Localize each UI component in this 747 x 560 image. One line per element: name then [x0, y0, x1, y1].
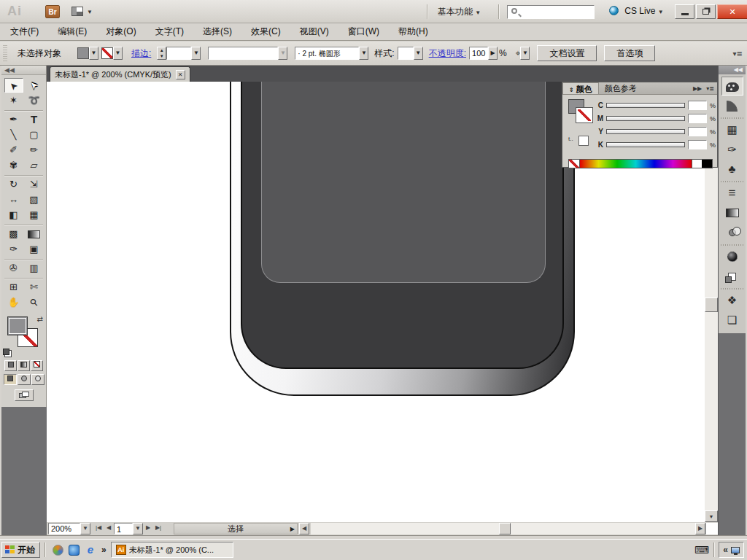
status-menu-arrow-icon[interactable]: ▶	[290, 526, 295, 532]
direct-selection-tool[interactable]: ➤	[25, 78, 44, 93]
magenta-slider[interactable]	[606, 116, 685, 121]
stroke-panel-link[interactable]: 描边:	[131, 47, 151, 60]
paintbrush-tool[interactable]: ✐	[4, 143, 23, 158]
dock-collapse-header[interactable]: ◀◀	[719, 66, 746, 74]
stroke-swatch[interactable]	[101, 47, 113, 59]
color-guide-panel-icon[interactable]	[721, 96, 743, 115]
scroll-left-icon[interactable]: ◀	[299, 523, 309, 534]
mesh-tool[interactable]: ▩	[4, 227, 23, 241]
artboards-panel-icon[interactable]: ❏	[721, 311, 743, 330]
panel-grip[interactable]	[3, 45, 7, 61]
layers-panel-icon[interactable]: ❖	[721, 291, 743, 310]
search-input[interactable]	[507, 5, 595, 19]
menu-edit[interactable]: 编辑(E)	[58, 26, 87, 38]
menu-window[interactable]: 窗口(W)	[348, 26, 379, 38]
yellow-slider[interactable]	[606, 129, 685, 134]
first-artboard-button[interactable]: |◀	[93, 523, 104, 534]
panel-cycle-icon[interactable]: ⇕	[569, 87, 574, 93]
last-artboard-button[interactable]: ▶|	[153, 523, 163, 534]
zoom-dropdown-icon[interactable]: ▼	[80, 523, 90, 534]
none-mini-swatch[interactable]	[578, 136, 589, 146]
tab-color-guide[interactable]: 颜色参考	[599, 82, 643, 94]
document-setup-button[interactable]: 文档设置	[537, 45, 597, 61]
zoom-tool[interactable]: ⚲	[25, 295, 44, 310]
magic-wand-tool[interactable]: ✶	[4, 93, 23, 108]
swap-fill-stroke-icon[interactable]: ⇄	[37, 315, 43, 323]
restore-button[interactable]	[696, 4, 716, 19]
media-player-icon[interactable]	[53, 545, 63, 556]
fill-color-combo[interactable]: ▼	[77, 47, 98, 60]
bridge-button[interactable]: Br	[45, 5, 60, 18]
symbol-sprayer-tool[interactable]: ✇	[4, 261, 23, 276]
blend-tool[interactable]: ▣	[25, 242, 44, 257]
style-dropdown-icon[interactable]: ▼	[414, 47, 423, 60]
network-monitor-icon[interactable]	[731, 547, 740, 553]
stroke-dropdown-arrow-icon[interactable]: ▼	[113, 47, 123, 60]
black-slider[interactable]	[606, 142, 685, 147]
swatches-panel-icon[interactable]: ▦	[721, 120, 743, 139]
style-field[interactable]	[398, 47, 414, 60]
type-tool[interactable]: T	[25, 112, 44, 127]
spectrum-black-swatch[interactable]	[702, 160, 712, 168]
previous-artboard-button[interactable]: ◀	[104, 523, 114, 534]
fill-proxy-swatch[interactable]	[7, 316, 28, 335]
shape-builder-tool[interactable]: ◧	[4, 208, 23, 222]
appearance-panel-icon[interactable]	[721, 247, 743, 266]
brush-definition-field[interactable]: · 2 pt. 椭圆形	[295, 47, 359, 60]
scroll-down-icon[interactable]: ▼	[705, 510, 718, 522]
color-spectrum-bar[interactable]	[568, 159, 713, 168]
default-fill-stroke-icon[interactable]	[4, 350, 12, 357]
start-button[interactable]: 开始	[1, 542, 40, 558]
select-similar-icon[interactable]: ⌖	[516, 48, 521, 58]
none-button[interactable]	[31, 360, 43, 371]
arrange-documents-icon[interactable]	[71, 7, 83, 16]
stroke-color-combo[interactable]: ▼	[101, 47, 123, 60]
lasso-tool[interactable]: ➰	[25, 93, 44, 108]
width-tool[interactable]: ↔	[4, 192, 23, 207]
gradient-tool[interactable]	[25, 227, 44, 241]
preferences-button[interactable]: 首选项	[604, 45, 655, 61]
workspace-switcher[interactable]: 基本功能 ▼	[438, 6, 481, 18]
blob-brush-tool[interactable]: ✾	[4, 158, 23, 173]
tab-color[interactable]: ⇕ 颜色	[562, 82, 599, 94]
panel-stroke-swatch[interactable]	[576, 108, 592, 122]
scale-tool[interactable]: ⇲	[25, 177, 44, 192]
free-transform-tool[interactable]: ▧	[25, 192, 44, 207]
magenta-value-field[interactable]	[688, 114, 707, 123]
arrange-documents-arrow-icon[interactable]: ▼	[87, 9, 93, 15]
fill-dropdown-arrow-icon[interactable]: ▼	[89, 47, 98, 60]
status-display[interactable]: 选择 ▶	[174, 523, 298, 534]
menu-select[interactable]: 选择(S)	[203, 26, 232, 38]
draw-behind-button[interactable]	[18, 374, 31, 385]
width-profile-dropdown-icon[interactable]: ▼	[278, 47, 287, 60]
graphic-styles-panel-icon[interactable]	[721, 267, 743, 286]
screen-mode-button[interactable]	[15, 389, 34, 401]
horizontal-scrollbar[interactable]	[311, 523, 695, 534]
menu-view[interactable]: 视图(V)	[300, 26, 329, 38]
quick-launch-overflow-icon[interactable]: »	[101, 545, 107, 555]
document-tab[interactable]: 未标题-1* @ 200% (CMYK/预览) ✕	[50, 66, 190, 82]
internet-explorer-icon[interactable]: e	[85, 544, 96, 556]
messenger-icon[interactable]	[69, 545, 80, 556]
input-method-keyboard-icon[interactable]: ⌨	[694, 544, 709, 556]
tab-close-icon[interactable]: ✕	[176, 70, 185, 79]
horizontal-scroll-thumb[interactable]	[499, 523, 511, 534]
draw-normal-button[interactable]	[4, 374, 17, 385]
artwork-screen-shape[interactable]	[261, 82, 546, 283]
pencil-tool[interactable]: ✏	[25, 143, 44, 158]
rotate-tool[interactable]: ↻	[4, 177, 23, 192]
hand-tool[interactable]: ✋	[4, 295, 23, 310]
eyedropper-tool[interactable]: ✑	[4, 242, 23, 257]
eraser-tool[interactable]: ▱	[25, 158, 44, 173]
stroke-weight-dropdown-icon[interactable]: ▼	[191, 47, 201, 60]
zoom-level-field[interactable]: 200%	[48, 523, 80, 534]
spectrum-white-swatch[interactable]	[692, 160, 702, 168]
artboard-dropdown-icon[interactable]: ▼	[133, 523, 143, 534]
opacity-field[interactable]: 100	[469, 47, 488, 60]
spectrum-none-swatch[interactable]	[569, 160, 580, 168]
column-graph-tool[interactable]: ▥	[25, 261, 44, 276]
brush-dropdown-icon[interactable]: ▼	[359, 47, 368, 60]
artboard-number-field[interactable]: 1	[114, 523, 133, 534]
cyan-slider[interactable]	[606, 103, 685, 108]
close-button[interactable]: ✕	[717, 4, 747, 19]
